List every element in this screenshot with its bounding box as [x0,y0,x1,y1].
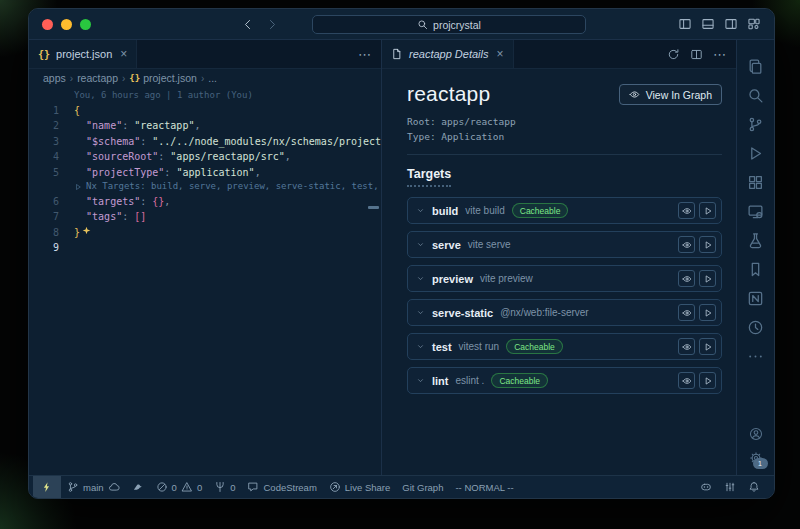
sidebar-item-bookmarks[interactable] [747,255,764,284]
view-target-button[interactable] [678,304,695,321]
code-editor[interactable]: You, 6 hours ago | 1 author (You)1{2 "na… [29,87,381,256]
target-row-serve-static[interactable]: serve-static@nx/web:file-server [407,299,722,326]
target-name: test [432,341,452,353]
target-row-preview[interactable]: previewvite preview [407,265,722,292]
tab-strip-left: {} project.json × ⋯ [29,40,381,69]
chevron-down-icon[interactable] [416,308,425,317]
status-fork-count[interactable]: 0 [208,476,241,498]
target-row-lint[interactable]: linteslint .Cacheable [407,367,722,394]
run-target-button[interactable] [699,236,716,253]
back-icon[interactable] [241,18,254,31]
sidebar-item-files[interactable] [747,52,764,81]
gitlens-blame[interactable]: You, 6 hours ago | 1 author (You) [29,89,381,103]
sidebar-item-run-debug[interactable] [747,139,764,168]
breadcrumb-item[interactable]: ... [208,72,217,84]
tab-project-json[interactable]: {} project.json × [29,40,137,68]
status-git-branch[interactable]: main [61,476,126,498]
zoom-window-button[interactable] [80,19,91,30]
sidebar-item-time[interactable] [747,313,764,342]
sidebar-item-search[interactable] [747,81,764,110]
code-line[interactable]: 1{ [29,103,381,118]
play-icon [703,376,713,386]
project-meta: Root: apps/reactapp Type: Application [407,115,722,144]
status-problems[interactable]: 00 [150,476,209,498]
view-target-button[interactable] [678,338,695,355]
tab-reactapp-details[interactable]: reactapp Details × [382,40,514,68]
run-target-button[interactable] [699,372,716,389]
view-target-button[interactable] [678,270,695,287]
cacheable-badge: Cacheable [491,373,548,388]
sidebar-item-source-control[interactable] [747,110,764,139]
scrollbar-thumb[interactable] [368,206,379,209]
close-icon[interactable]: × [120,47,127,61]
more-actions-icon[interactable]: ⋯ [713,47,726,62]
minimize-window-button[interactable] [61,19,72,30]
code-line[interactable]: 7 "tags": [] [29,209,381,224]
target-row-test[interactable]: testvitest runCacheable [407,333,722,360]
sidebar-item-more[interactable] [747,342,764,371]
status-vim-mode[interactable]: -- NORMAL -- [449,476,519,498]
status-live-share[interactable]: Live Share [323,476,396,498]
code-line[interactable]: 2 "name": "reactapp", [29,118,381,133]
account-button[interactable] [749,427,763,441]
close-icon[interactable]: × [497,47,504,61]
run-target-button[interactable] [699,304,716,321]
run-target-button[interactable] [699,270,716,287]
breadcrumb-item[interactable]: {}project.json [129,72,197,84]
nx-targets-codelens[interactable]: Nx Targets: build, serve, preview, serve… [29,180,381,194]
more-actions-icon[interactable]: ⋯ [358,47,371,62]
run-target-button[interactable] [699,202,716,219]
view-target-button[interactable] [678,372,695,389]
nx-console-icon [747,290,764,307]
target-detail: vitest run [459,341,500,352]
status-git-graph[interactable]: Git Graph [396,476,449,498]
command-center-search[interactable]: projcrystal [312,15,586,34]
sidebar-item-nx-console[interactable] [747,284,764,313]
breadcrumb-item[interactable]: apps [43,72,66,84]
code-line[interactable]: 8} [29,225,381,240]
target-row-build[interactable]: buildvite buildCacheable [407,197,722,224]
status-extension-bird[interactable] [126,476,150,498]
view-target-button[interactable] [678,202,695,219]
play-icon [703,308,713,318]
code-line[interactable]: 5 "projectType": "application", [29,165,381,180]
chevron-down-icon[interactable] [416,240,425,249]
view-in-graph-button[interactable]: View In Graph [619,84,722,105]
chevron-down-icon[interactable] [416,206,425,215]
project-details-panel: reactapp View In Graph Root: apps/reacta… [382,69,736,475]
close-window-button[interactable] [42,19,53,30]
status-copilot-status[interactable] [694,476,718,498]
code-line[interactable]: 3 "$schema": "../../node_modules/nx/sche… [29,134,381,149]
customize-layout-icon[interactable] [747,17,761,31]
status-notifications-bell[interactable] [742,476,766,498]
view-target-button[interactable] [678,236,695,253]
split-editor-icon[interactable] [690,48,703,61]
chevron-down-icon[interactable] [416,376,425,385]
toggle-secondary-sidebar-icon[interactable] [724,17,738,31]
sidebar-item-testing[interactable] [747,226,764,255]
target-name: lint [432,375,449,387]
chevron-down-icon[interactable] [416,342,425,351]
refresh-icon[interactable] [667,48,680,61]
run-target-button[interactable] [699,338,716,355]
sidebar-item-extensions[interactable] [747,168,764,197]
code-line[interactable]: 9 [29,240,381,255]
toggle-panel-icon[interactable] [701,17,715,31]
code-line[interactable]: 6 "targets": {}, [29,194,381,209]
toggle-primary-sidebar-icon[interactable] [678,17,692,31]
status-codestream[interactable]: CodeStream [241,476,322,498]
title-bar: projcrystal [29,9,774,40]
target-name: preview [432,273,473,285]
breadcrumb: apps›reactapp›{}project.json›... [29,69,381,87]
code-line[interactable]: 4 "sourceRoot": "apps/reactapp/src", [29,149,381,164]
forward-icon[interactable] [266,18,279,31]
breadcrumb-item[interactable]: reactapp [77,72,118,84]
status-remote-indicator[interactable] [33,476,61,498]
editor-group-left: {} project.json × ⋯ apps›reactapp›{}proj… [29,40,382,475]
sidebar-item-remote-explorer[interactable] [747,197,764,226]
eye-icon [682,274,692,284]
settings-button[interactable]: 1 [749,451,763,465]
target-row-serve[interactable]: servevite serve [407,231,722,258]
chevron-down-icon[interactable] [416,274,425,283]
status-ime-indicator[interactable] [718,476,742,498]
